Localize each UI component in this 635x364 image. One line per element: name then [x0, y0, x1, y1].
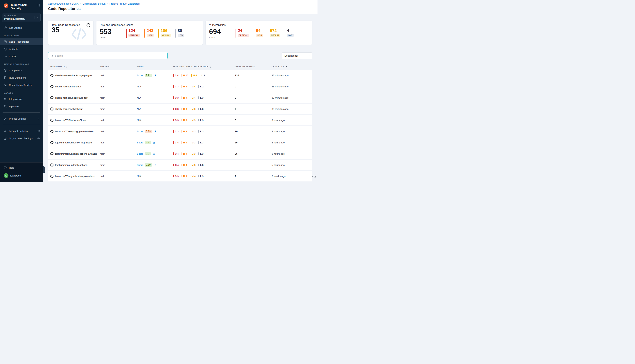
sidebar-item-organization-settings[interactable]: Organization Settings	[0, 134, 43, 142]
table-row[interactable]: shash-harness/backstage-testmainN/AC 3H …	[48, 92, 312, 103]
severity-count: 80	[178, 28, 184, 33]
user-profile[interactable]: L Lavakush	[0, 171, 43, 180]
severity-chip-bar	[190, 96, 190, 99]
table-row[interactable]: lavakush07/StarbucksClonemainN/AC 3H 8M …	[48, 115, 312, 126]
table-row[interactable]: lavakush07/easybuggy-vulnerable-app...ma…	[48, 126, 312, 137]
sidebar-item-compliance[interactable]: Compliance	[0, 67, 43, 74]
sidebar-item-rule-definitions[interactable]: Rule Definitions	[0, 74, 43, 81]
column-header-risk-and-compliance-issues[interactable]: RISK AND COMPLIANCE ISSUES	[173, 66, 235, 68]
card-title: Vulnerabilities	[209, 24, 309, 26]
info-icon	[37, 137, 40, 140]
sidebar-item-account-settings[interactable]: Account Settings	[0, 127, 43, 134]
sidebar-item-help[interactable]: Help	[0, 164, 43, 171]
repository-name: shash-harness/backstage-test	[55, 96, 88, 99]
vulnerability-count: 70	[235, 130, 272, 133]
severity-badge: MEDIUM	[270, 34, 280, 37]
severity-chip-critical: C 4	[173, 74, 179, 77]
sidebar-item-remediation-tracker[interactable]: Remediation Tracker	[0, 81, 43, 89]
table-row[interactable]: shash-harness/shashwatmainN/AC 3H 8M 3L …	[48, 104, 312, 114]
support-icon[interactable]	[312, 174, 316, 179]
search-box[interactable]	[48, 52, 168, 59]
sidebar-item-integrations[interactable]: Integrations	[0, 95, 43, 103]
sidebar-collapse-handle[interactable]	[43, 166, 45, 173]
table-row[interactable]: lavakush07/argocd-hub-spoke-demomainN/AC…	[48, 171, 312, 182]
severity-badge: LOW	[287, 34, 294, 37]
column-header-repository[interactable]: REPOSITORY	[50, 66, 100, 68]
severity-count: 124	[129, 28, 140, 33]
severity-count: 106	[161, 28, 171, 33]
breadcrumb: Account: Automation-SSCA›Organization: d…	[48, 2, 312, 5]
sbom-cell: N/A	[137, 108, 173, 110]
download-sbom-icon[interactable]	[154, 74, 157, 77]
table-row[interactable]: shash-harness/sandboxmainN/AC 3H 8M 4L 2…	[48, 81, 312, 92]
help-icon	[4, 166, 7, 169]
search-input[interactable]	[55, 54, 165, 57]
severity-badge: HIGH	[147, 34, 154, 37]
main-area: Account: Automation-SSCA›Organization: d…	[43, 0, 318, 182]
breadcrumb-link-organization[interactable]: Organization: default	[83, 2, 106, 5]
column-header-vulnerabilities: VULNERABILITIES	[235, 66, 272, 68]
severity-chip-bar	[190, 152, 190, 155]
severity-chip-bar	[190, 164, 190, 166]
severity-badge: HIGH	[256, 34, 263, 37]
sidebar-item-get-started[interactable]: Get Started	[0, 24, 43, 32]
table-row[interactable]: tejakummarikuntla/gh-actions-artifactsma…	[48, 148, 312, 159]
table-row[interactable]: shash-harness/backstage-pluginsmainScore…	[48, 70, 312, 80]
severity-chip-high: H 9	[182, 141, 187, 144]
severity-chip-critical: C 3	[173, 119, 179, 122]
table-row[interactable]: tejakummarikuntla/gh-actionsmainScore7.1…	[48, 160, 312, 170]
sidebar-item-ci-cd[interactable]: CI/CD	[0, 53, 43, 60]
dependency-filter-select[interactable]: Dependency	[282, 52, 312, 59]
severity-chip-bar	[182, 119, 182, 122]
severity-chip-value: H 9	[183, 164, 187, 166]
card-title: Risk and Compliance Issues	[100, 24, 199, 26]
module-grid-icon[interactable]	[38, 3, 40, 7]
download-sbom-icon[interactable]	[153, 141, 156, 144]
sidebar-item-pipelines[interactable]: Pipelines	[0, 103, 43, 110]
sidebar-item-code-repositories[interactable]: Code Repositories	[0, 38, 43, 45]
repository-name: lavakush07/argocd-hub-spoke-demo	[55, 175, 95, 178]
table-row[interactable]: tejakummarikuntla/filler-app-nodemainSco…	[48, 137, 312, 148]
severity-chip-bar	[182, 141, 182, 144]
chevron-left-icon[interactable]	[43, 169, 45, 171]
severity-stat-body: 94HIGH	[256, 28, 263, 39]
severity-chip-critical: C 4	[173, 152, 179, 155]
sbom-score-label: Score	[137, 141, 143, 144]
risk-issues-cell: C 4H 9M 3L 3	[173, 141, 235, 144]
severity-chip-value: H 9	[183, 152, 187, 155]
column-header-last-scan[interactable]: LAST SCAN	[272, 66, 309, 68]
active-label: Active	[100, 36, 126, 39]
severity-chip-high: H 8	[182, 108, 187, 110]
branch-name: main	[100, 108, 137, 110]
download-sbom-icon[interactable]	[154, 130, 157, 133]
sidebar-item-artifacts[interactable]: Artifacts	[0, 45, 43, 53]
severity-chip-low: L 3	[200, 74, 205, 77]
sidebar-item-project-settings[interactable]: Project Settings	[0, 115, 43, 122]
severity-chip-value: C 4	[175, 152, 179, 155]
severity-chip-low: L 3	[198, 175, 204, 178]
user-name: Lavakush	[10, 174, 21, 177]
vulnerability-count: 0	[235, 119, 272, 122]
sidebar-item-label: CI/CD	[9, 55, 16, 58]
table-body: shash-harness/backstage-pluginsmainScore…	[48, 70, 312, 182]
severity-chip-medium: M 4	[191, 74, 197, 77]
breadcrumb-link-account[interactable]: Account: Automation-SSCA	[48, 2, 79, 5]
sbom-score-value: 7.2	[145, 152, 151, 155]
severity-chip-low: L 3	[198, 119, 204, 122]
repository-cell: shash-harness/sandbox	[50, 85, 100, 88]
download-sbom-icon[interactable]	[153, 152, 156, 155]
severity-chip-value: H 9	[183, 130, 187, 133]
breadcrumb-link-project[interactable]: Project: Product Exploratory	[110, 2, 140, 5]
chevron-right-icon	[35, 16, 39, 19]
severity-chip-critical: C 3	[173, 108, 179, 110]
severity-chip-value: C 3	[175, 130, 179, 133]
branch-name: main	[100, 85, 137, 88]
project-name: Product Exploratory	[4, 18, 34, 20]
repository-name: shash-harness/backstage-plugins	[55, 74, 92, 77]
download-sbom-icon[interactable]	[154, 164, 157, 166]
severity-badge: MEDIUM	[161, 34, 171, 37]
info-icon	[37, 130, 40, 132]
severity-chip-bar	[173, 74, 174, 76]
project-selector[interactable]: PROJECT Product Exploratory	[2, 13, 41, 22]
severity-chip-value: M 4	[192, 85, 196, 88]
